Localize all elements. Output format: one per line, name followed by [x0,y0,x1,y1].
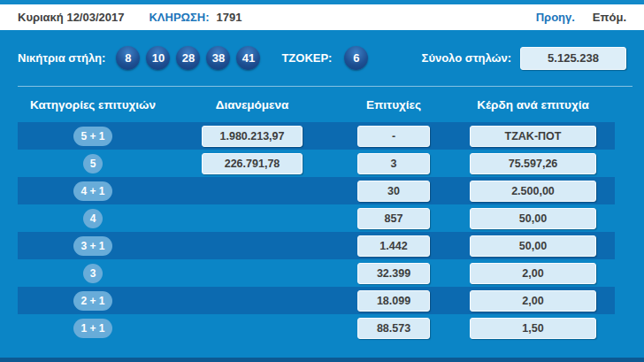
draw-date: Κυριακή 12/03/2017 [18,11,124,24]
header-prize-per-winner: Κέρδη ανά επιτυχία [477,98,588,112]
prize-value: 1,50 [470,318,596,339]
table-row: 3 + 11.44250,00 [18,232,615,259]
prize-value: 2.500,00 [470,181,596,202]
tzoker-results-widget: Κυριακή 12/03/2017 ΚΛΗΡΩΣΗ: 1791 Προηγ. … [0,0,644,362]
header-categories: Κατηγορίες επιτυχιών [30,98,156,112]
lottery-ball: 41 [236,46,260,70]
winners-value: 18.099 [357,290,430,312]
next-draw-link[interactable]: Επόμ. [593,11,626,24]
distributed-value: 226.791,78 [202,153,303,174]
winning-column-label: Νικήτρια στήλη: [18,51,105,65]
winners-value: 1.442 [357,235,430,257]
category-badge: 3 [83,264,104,283]
category-badge: 1 + 1 [73,319,111,338]
total-columns-value: 5.125.238 [520,47,626,70]
prize-value: ΤΖΑΚ-ΠΟΤ [470,126,596,147]
table-row: 332.3992,00 [18,259,615,287]
joker-label: ΤΖΟΚΕΡ: [281,51,332,65]
winning-numbers-row: Νικήτρια στήλη: 810283841 ΤΖΟΚΕΡ: 6 Σύνο… [0,30,644,86]
joker-ball: 6 [344,46,368,70]
lottery-ball: 10 [146,46,170,70]
winners-value: 857 [357,208,430,229]
category-badge: 4 [83,209,104,228]
table-row: 2 + 118.0992,00 [18,287,615,314]
bottom-bar [0,358,644,362]
table-row: 5 + 11.980.213,97-ΤΖΑΚ-ΠΟΤ [18,122,615,150]
results-table-header: Κατηγορίες επιτυχιών Διανεμόμενα Επιτυχί… [18,87,615,122]
lottery-ball: 38 [206,46,230,70]
results-rows: 5 + 11.980.213,97-ΤΖΑΚ-ΠΟΤ5226.791,78375… [18,122,615,342]
draw-label: ΚΛΗΡΩΣΗ: [149,11,209,24]
prize-value: 75.597,26 [470,153,596,174]
category-badge: 3 + 1 [73,236,111,256]
category-badge: 5 + 1 [73,127,111,146]
table-row: 5226.791,78375.597,26 [18,150,615,177]
table-row: 4 + 1302.500,00 [18,177,615,204]
lottery-ball: 28 [176,46,200,70]
winners-value: 3 [357,153,430,174]
category-badge: 5 [83,154,104,173]
header-distributed: Διανεμόμενα [216,98,289,112]
header-winners: Επιτυχίες [366,98,421,112]
winners-value: 88.573 [357,318,430,339]
prize-value: 50,00 [470,235,596,257]
draw-header: Κυριακή 12/03/2017 ΚΛΗΡΩΣΗ: 1791 Προηγ. … [0,4,644,30]
winners-value: - [357,126,430,147]
prize-value: 2,00 [470,290,596,312]
previous-draw-link[interactable]: Προηγ. [536,11,575,24]
prize-value: 50,00 [470,208,596,229]
prize-value: 2,00 [470,263,596,284]
lottery-ball: 8 [116,46,140,70]
category-badge: 4 + 1 [73,181,111,201]
results-table: Κατηγορίες επιτυχιών Διανεμόμενα Επιτυχί… [18,87,615,342]
category-badge: 2 + 1 [73,291,111,311]
winners-value: 30 [357,181,430,202]
total-columns-label: Σύνολο στηλών: [422,51,511,65]
table-row: 1 + 188.5731,50 [18,314,615,342]
table-row: 485750,00 [18,204,615,232]
winning-balls: 810283841 [116,46,260,70]
draw-number: 1791 [217,11,242,24]
distributed-value: 1.980.213,97 [202,126,303,147]
winners-value: 32.399 [357,263,430,284]
